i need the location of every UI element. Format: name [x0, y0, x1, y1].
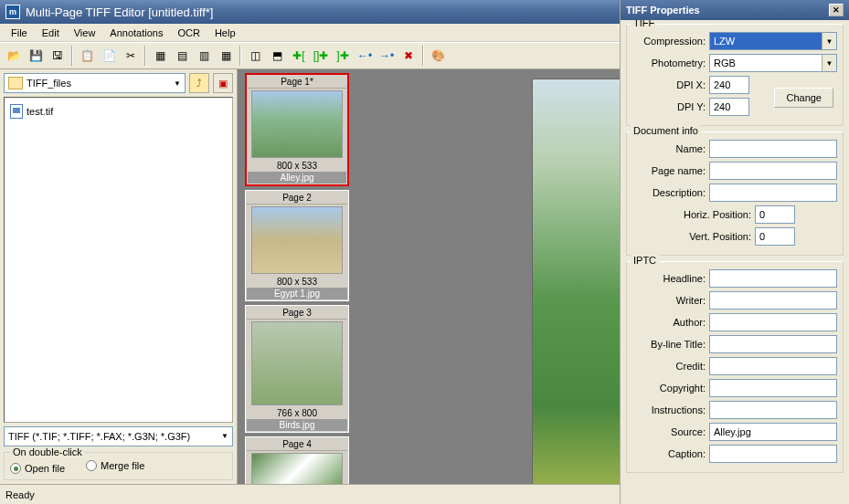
effects-icon[interactable]: 🎨 [428, 46, 448, 66]
folder-combo[interactable]: TIFF_files ▼ [4, 73, 186, 93]
writer-input[interactable] [709, 291, 837, 310]
horiz-label: Horiz. Position: [632, 209, 751, 220]
vert-label: Vert. Position: [632, 231, 751, 242]
thumb-image [251, 453, 343, 484]
copyright-label: Copyright: [632, 383, 706, 394]
grid3-icon[interactable]: ▦ [216, 46, 236, 66]
credit-label: Credit: [632, 361, 706, 372]
file-icon [10, 104, 23, 119]
app-icon: m [5, 5, 20, 19]
thumbnail-strip[interactable]: Page 1* 800 x 533 Alley.jpg Page 2 800 x… [238, 69, 356, 484]
change-button[interactable]: Change [774, 88, 833, 108]
dblclick-legend: On double-click [10, 446, 85, 457]
delete-icon[interactable]: ✖ [398, 46, 419, 66]
radio-merge-file[interactable]: Merge file [86, 460, 144, 471]
author-label: Author: [632, 317, 706, 328]
type-filter-combo[interactable]: TIFF (*.TIF; *.TIFF; *.FAX; *.G3N; *.G3F… [4, 426, 233, 446]
description-input[interactable] [709, 184, 837, 202]
photometry-select[interactable]: RGB ▼ [709, 54, 837, 72]
pagename-input[interactable] [709, 162, 837, 180]
thumb-image [251, 206, 343, 274]
moveright-icon[interactable]: →• [377, 46, 397, 66]
thumbnail-page-4[interactable]: Page 4 [245, 436, 349, 484]
file-item[interactable]: test.tif [10, 103, 227, 120]
thumb-title: Page 2 [247, 192, 347, 205]
name-input[interactable] [709, 140, 837, 158]
chevron-down-icon: ▼ [174, 79, 181, 88]
radio-merge-label: Merge file [101, 460, 144, 471]
menu-file[interactable]: File [4, 26, 35, 40]
open-icon[interactable]: 📂 [4, 46, 24, 66]
thumb-filename: Birds.jpg [247, 419, 347, 431]
menu-view[interactable]: View [67, 26, 103, 40]
folder-x-button[interactable]: ▣ [213, 73, 233, 93]
add-icon[interactable]: ✚[ [289, 46, 309, 66]
thumbnail-page-3[interactable]: Page 3 766 x 800 Birds.jpg [245, 305, 349, 433]
instructions-input[interactable] [709, 401, 837, 419]
docinfo-fieldset: Document info Name: Page name: Descripti… [626, 131, 844, 256]
photometry-label: Photometry: [632, 58, 706, 68]
menu-annotations[interactable]: Annotations [102, 26, 170, 40]
vert-input[interactable]: 0 [755, 227, 795, 246]
thumb-image [251, 90, 343, 158]
headline-input[interactable] [709, 269, 837, 288]
thumbnail-page-2[interactable]: Page 2 800 x 533 Egypt 1.jpg [245, 190, 349, 301]
headline-label: Headline: [632, 273, 706, 284]
source-label: Source: [632, 426, 706, 437]
thumb-dims: 800 x 533 [248, 160, 346, 172]
chevron-down-icon: ▼ [822, 55, 836, 71]
insert-icon[interactable]: []✚ [311, 46, 331, 66]
author-input[interactable] [709, 313, 837, 331]
radio-open-file[interactable]: Open file [10, 463, 65, 474]
folder-up-button[interactable]: ⤴ [189, 73, 209, 93]
splitv-icon[interactable]: ◫ [245, 46, 265, 66]
properties-panel: TIFF Properties ✕ TIFF Compression: LZW … [620, 0, 849, 504]
dblclick-group: On double-click Open file Merge file [4, 452, 233, 481]
export-icon[interactable]: 🖫 [48, 46, 68, 66]
menu-ocr[interactable]: OCR [170, 26, 207, 40]
radio-dot-filled-icon [10, 463, 21, 474]
paste-icon[interactable]: 📄 [99, 46, 119, 66]
thumb-filename: Alley.jpg [248, 172, 346, 184]
app-title: Multi-Page TIFF Editor [untitled.tiff*] [26, 5, 213, 19]
caption-input[interactable] [709, 445, 837, 463]
byline-input[interactable] [709, 335, 837, 353]
copy-icon[interactable]: 📋 [77, 46, 97, 66]
file-browser-panel: TIFF_files ▼ ⤴ ▣ test.tif TIFF (*.TIF; *… [0, 69, 238, 484]
byline-label: By-line Title: [632, 339, 706, 350]
source-input[interactable]: Alley.jpg [709, 423, 837, 441]
menu-help[interactable]: Help [207, 26, 243, 40]
menu-edit[interactable]: Edit [35, 26, 67, 40]
thumbnail-page-1[interactable]: Page 1* 800 x 533 Alley.jpg [245, 73, 349, 186]
tiff-legend: TIFF [631, 20, 657, 28]
properties-title: TIFF Properties [626, 5, 700, 16]
append-icon[interactable]: ]✚ [333, 46, 353, 66]
save-icon[interactable]: 💾 [26, 46, 46, 66]
cut-icon[interactable]: ✂ [121, 46, 141, 66]
thumb-dims: 800 x 533 [247, 276, 347, 288]
thumb-title: Page 4 [247, 438, 347, 451]
file-list[interactable]: test.tif [4, 97, 233, 423]
dpiy-input[interactable]: 240 [709, 98, 749, 116]
name-label: Name: [632, 143, 706, 154]
dpix-input[interactable]: 240 [709, 76, 749, 94]
close-button[interactable]: ✕ [829, 4, 844, 16]
horiz-input[interactable]: 0 [755, 205, 795, 224]
status-text: Ready [5, 489, 35, 500]
instructions-label: Instructions: [632, 404, 706, 415]
splith-icon[interactable]: ⬒ [267, 46, 287, 66]
moveleft-icon[interactable]: ←• [355, 46, 375, 66]
tiff-fieldset: TIFF Compression: LZW ▼ Photometry: RGB … [626, 24, 844, 126]
compression-value: LZW [714, 36, 735, 47]
thumb-title: Page 3 [247, 307, 347, 320]
thumb-title: Page 1* [248, 76, 346, 89]
compression-label: Compression: [632, 36, 706, 47]
compression-select[interactable]: LZW ▼ [709, 32, 837, 50]
copyright-input[interactable] [709, 379, 837, 397]
chevron-down-icon: ▼ [822, 33, 836, 49]
grid1-icon[interactable]: ▤ [172, 46, 192, 66]
multiview-icon[interactable]: ▦ [150, 46, 170, 66]
thumb-filename: Egypt 1.jpg [247, 288, 347, 299]
grid2-icon[interactable]: ▥ [194, 46, 214, 66]
credit-input[interactable] [709, 357, 837, 375]
